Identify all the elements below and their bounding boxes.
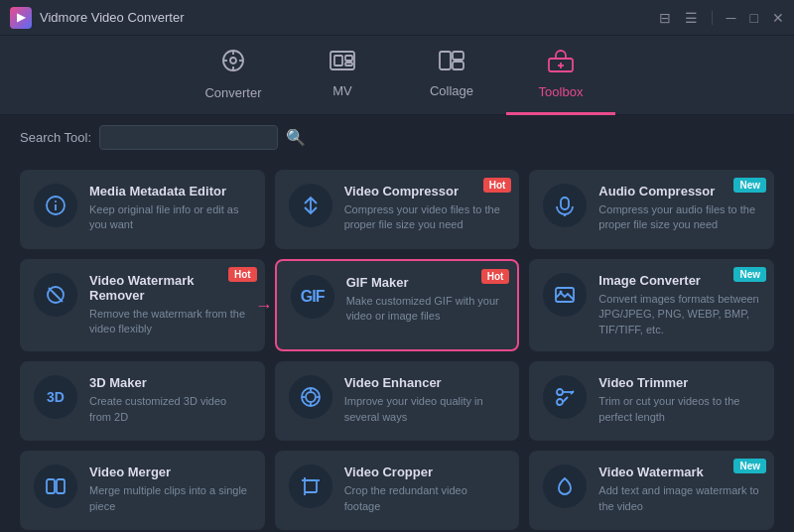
arrow-indicator: →: [255, 295, 273, 316]
tool-text: Video Merger Merge multiple clips into a…: [89, 465, 251, 514]
tool-title: Media Metadata Editor: [89, 184, 251, 199]
tool-title: Video Watermark Remover: [89, 273, 251, 303]
tool-desc: Crop the redundant video footage: [344, 483, 506, 514]
tool-card-video-watermark[interactable]: Video Watermark Add text and image water…: [529, 451, 774, 530]
tool-card-video-cropper[interactable]: Video Cropper Crop the redundant video f…: [275, 451, 520, 530]
tool-icon: [289, 465, 332, 508]
gif-text: GIF: [301, 288, 325, 306]
tool-icon: [543, 184, 587, 227]
tool-text: GIF Maker Make customized GIF with your …: [346, 275, 504, 325]
separator: [712, 11, 713, 25]
svg-rect-8: [345, 56, 352, 61]
svg-rect-38: [57, 479, 65, 493]
tool-icon: [543, 465, 587, 508]
tool-text: Video Compressor Compress your video fil…: [344, 184, 506, 233]
tool-card-video-merger[interactable]: Video Merger Merge multiple clips into a…: [20, 451, 265, 530]
tool-icon: [543, 375, 587, 419]
tool-desc: Improve your video quality in several wa…: [344, 394, 506, 425]
toolbox-icon: [547, 48, 575, 80]
tool-card-video-trimmer[interactable]: Video Trimmer Trim or cut your videos to…: [529, 361, 774, 441]
tool-text: Video Trimmer Trim or cut your videos to…: [598, 375, 760, 425]
tool-desc: Keep original file info or edit as you w…: [89, 202, 251, 233]
window-controls: ⊟ ☰ ─ □ ✕: [659, 10, 784, 26]
converter-icon: [219, 47, 247, 81]
nav-converter[interactable]: Converter: [179, 36, 288, 115]
tool-text: Media Metadata Editor Keep original file…: [89, 184, 251, 233]
collage-icon: [438, 49, 465, 79]
close-icon[interactable]: ✕: [772, 10, 784, 26]
tool-icon: [543, 273, 587, 317]
maximize-icon[interactable]: □: [750, 10, 758, 26]
svg-point-32: [557, 399, 563, 405]
tool-card-gif-maker[interactable]: → GIF GIF Maker Make customized GIF with…: [275, 259, 520, 351]
titlebar: ▶ Vidmore Video Converter ⊟ ☰ ─ □ ✕: [0, 0, 794, 36]
svg-rect-7: [334, 56, 342, 66]
mv-label: MV: [332, 83, 352, 98]
tool-desc: Compress your video files to the proper …: [344, 202, 506, 233]
tool-card-video-compressor[interactable]: Video Compressor Compress your video fil…: [275, 170, 520, 249]
navbar: Converter MV Collage: [0, 36, 794, 115]
tool-icon: 3D: [34, 375, 77, 419]
tool-desc: Remove the watermark from the video flex…: [89, 307, 251, 337]
tool-desc: Compress your audio files to the proper …: [598, 202, 760, 233]
tool-icon: [34, 465, 77, 508]
svg-point-18: [55, 200, 57, 202]
svg-point-33: [557, 389, 563, 395]
badge-hot: Hot: [481, 269, 510, 284]
svg-point-26: [306, 392, 316, 402]
svg-rect-39: [305, 480, 317, 492]
tool-text: Image Converter Convert images formats b…: [598, 273, 760, 337]
app-logo: ▶: [10, 7, 32, 29]
mv-icon: [329, 49, 356, 79]
tool-title: Video Merger: [89, 465, 251, 479]
minimize-icon[interactable]: ─: [727, 10, 736, 26]
tool-card-3d-maker[interactable]: 3D 3D Maker Create customized 3D video f…: [20, 361, 265, 441]
tool-card-audio-compressor[interactable]: Audio Compressor Compress your audio fil…: [529, 170, 774, 249]
tool-icon: GIF: [291, 275, 334, 319]
search-icon[interactable]: 🔍: [286, 128, 306, 147]
search-label: Search Tool:: [20, 130, 91, 145]
subtitle-icon[interactable]: ⊟: [659, 10, 671, 26]
badge-hot: Hot: [228, 267, 257, 282]
menu-icon[interactable]: ☰: [685, 10, 698, 26]
nav-toolbox[interactable]: Toolbox: [506, 36, 615, 115]
tool-card-image-converter[interactable]: Image Converter Convert images formats b…: [529, 259, 774, 351]
nav-collage[interactable]: Collage: [397, 36, 506, 115]
searchbar: Search Tool: 🔍: [0, 115, 794, 160]
svg-rect-11: [453, 52, 463, 60]
tool-card-video-watermark-remover[interactable]: Video Watermark Remover Remove the water…: [20, 259, 265, 351]
tool-title: Video Enhancer: [344, 375, 506, 390]
tool-title: Video Compressor: [344, 184, 506, 199]
badge-new: New: [733, 178, 766, 193]
svg-rect-10: [440, 52, 451, 69]
svg-rect-12: [453, 62, 463, 69]
search-input[interactable]: [99, 125, 278, 150]
converter-label: Converter: [204, 85, 261, 100]
tool-icon: [34, 273, 77, 317]
svg-line-35: [563, 397, 568, 402]
tool-text: Video Cropper Crop the redundant video f…: [344, 465, 506, 514]
3d-text: 3D: [47, 389, 65, 405]
svg-rect-20: [561, 198, 569, 209]
tool-card-media-metadata-editor[interactable]: Media Metadata Editor Keep original file…: [20, 170, 265, 249]
tool-text: Video Watermark Remover Remove the water…: [89, 273, 251, 337]
tool-text: 3D Maker Create customized 3D video from…: [89, 375, 251, 425]
tools-grid: Media Metadata Editor Keep original file…: [0, 160, 794, 532]
app-title: Vidmore Video Converter: [40, 10, 659, 25]
tool-title: Video Cropper: [344, 465, 506, 479]
tool-desc: Trim or cut your videos to the perfect l…: [598, 394, 760, 425]
tool-desc: Merge multiple clips into a single piece: [89, 483, 251, 514]
nav-mv[interactable]: MV: [288, 36, 397, 115]
tool-desc: Create customized 3D video from 2D: [89, 394, 251, 425]
tool-desc: Make customized GIF with your video or i…: [346, 294, 504, 325]
tool-card-video-enhancer[interactable]: Video Enhancer Improve your video qualit…: [275, 361, 520, 441]
collage-label: Collage: [430, 83, 473, 98]
tool-icon: [289, 184, 332, 227]
svg-line-23: [49, 288, 63, 302]
badge-new: New: [733, 267, 766, 282]
tool-title: Video Trimmer: [598, 375, 760, 390]
badge-new: New: [733, 459, 766, 473]
tool-icon: [34, 184, 77, 227]
tool-desc: Add text and image watermark to the vide…: [598, 483, 760, 514]
svg-rect-37: [47, 479, 55, 493]
